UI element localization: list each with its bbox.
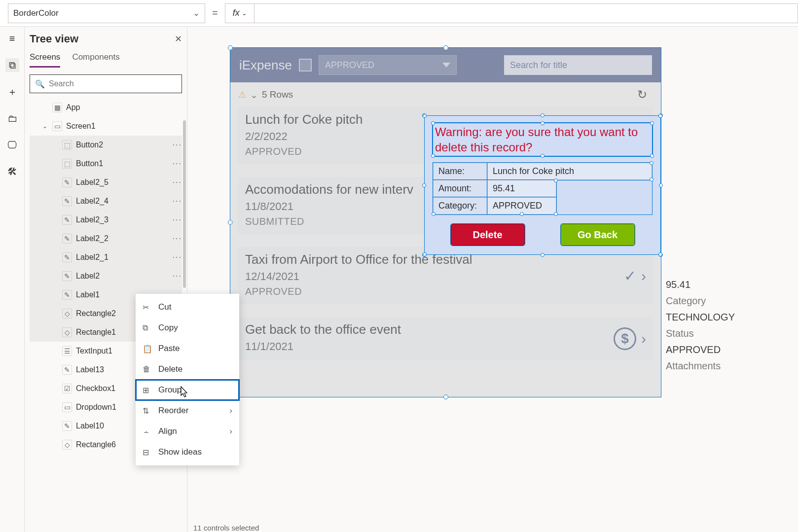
tree-item[interactable]: ✎Label2_5···: [30, 173, 182, 192]
selection-handle[interactable]: [541, 121, 544, 125]
close-icon[interactable]: ✕: [175, 34, 182, 44]
control-type-icon: ▭: [62, 402, 72, 412]
insert-icon[interactable]: ＋: [5, 85, 19, 99]
chevron-right-icon[interactable]: ›: [641, 330, 646, 347]
ctx-reorder[interactable]: ⇅Reorder›: [136, 400, 239, 421]
selection-handle[interactable]: [650, 154, 654, 158]
align-icon: ⫠: [143, 427, 151, 436]
chevron-right-icon: ›: [229, 406, 232, 416]
more-icon[interactable]: ···: [173, 272, 182, 281]
control-type-icon: ✎: [62, 177, 72, 187]
tree-item[interactable]: ✎Label2_1···: [30, 248, 182, 267]
tab-components[interactable]: Components: [72, 52, 119, 68]
tools-icon[interactable]: 🛠: [5, 165, 19, 178]
control-type-icon: ✎: [62, 196, 72, 206]
property-selector[interactable]: BorderColor ⌄: [8, 3, 205, 23]
formula-input[interactable]: [254, 3, 798, 23]
selection-handle[interactable]: [443, 45, 448, 50]
selection-handle[interactable]: [541, 154, 544, 158]
ctx-paste[interactable]: 📋Paste: [136, 338, 239, 359]
control-type-icon: ⬚: [62, 140, 72, 150]
tree-item-label: Label10: [76, 422, 104, 430]
selection-handle[interactable]: [443, 394, 448, 399]
ctx-group[interactable]: ⊞Group: [136, 380, 239, 400]
more-icon[interactable]: ···: [173, 234, 182, 243]
dialog-detail-table: Name: Lunch for Coke pitch Amount: 95.41…: [433, 162, 653, 215]
tree-item[interactable]: ✎Label2_2···: [30, 229, 182, 248]
selection-handle[interactable]: [650, 121, 654, 125]
tree-item[interactable]: ▦App: [30, 98, 182, 117]
selection-handle[interactable]: [658, 114, 662, 118]
expense-card[interactable]: Taxi from Airport to Office for the fest…: [238, 247, 653, 304]
selection-handle[interactable]: [650, 177, 653, 181]
filter-checkbox[interactable]: [299, 59, 312, 71]
selection-handle[interactable]: [554, 212, 558, 216]
ctx-copy[interactable]: ⧉Copy: [136, 318, 239, 338]
property-selector-value: BorderColor: [13, 8, 59, 18]
selection-handle[interactable]: [659, 183, 663, 187]
control-type-icon: ◇: [62, 440, 72, 450]
status-filter-dropdown[interactable]: APPROVED: [319, 55, 457, 75]
ctx-paste-label: Paste: [158, 344, 180, 354]
chevron-down-icon: [442, 63, 450, 68]
selection-handle[interactable]: [422, 183, 426, 187]
tree-item[interactable]: ⬚Button1···: [30, 154, 182, 173]
delete-button-label: Delete: [472, 229, 502, 241]
go-back-button-label: Go Back: [578, 229, 617, 241]
tree-item-label: TextInput1: [76, 347, 112, 355]
tree-item[interactable]: ⬚Button2···: [30, 136, 182, 154]
refresh-icon[interactable]: ↻: [637, 88, 647, 102]
tab-screens[interactable]: Screens: [30, 52, 60, 68]
chevron-right-icon[interactable]: ›: [641, 267, 646, 284]
title-search-input[interactable]: Search for title: [504, 55, 652, 75]
selection-handle[interactable]: [228, 220, 233, 225]
tree-item-label: Label2_2: [76, 234, 109, 243]
selection-handle[interactable]: [650, 161, 653, 165]
more-icon[interactable]: ···: [173, 159, 182, 168]
scrollbar-thumb[interactable]: [183, 120, 186, 288]
tree-item[interactable]: ✎Label2_4···: [30, 192, 182, 211]
detail-strip: 95.41 Category TECHNOLOGY Status APPROVE…: [666, 279, 745, 372]
go-back-button[interactable]: Go Back: [561, 224, 635, 246]
control-type-icon: ☑: [62, 384, 72, 393]
chevron-down-icon[interactable]: ⌄: [42, 123, 50, 130]
ctx-copy-label: Copy: [158, 323, 178, 333]
delete-dialog[interactable]: Warning: are you sure that you want to d…: [424, 115, 661, 255]
tree-search[interactable]: 🔍: [30, 74, 182, 93]
more-icon[interactable]: ···: [173, 197, 182, 206]
more-icon[interactable]: ···: [173, 253, 182, 262]
detail-amount-value: 95.41: [666, 279, 745, 290]
expense-card[interactable]: Get back to the office event11/1/2021$›: [238, 317, 653, 360]
canvas[interactable]: iExpense APPROVED Search for title ⚠ ⌄ 5…: [187, 27, 798, 532]
media-icon[interactable]: 🖵: [5, 138, 19, 152]
selection-handle[interactable]: [541, 113, 544, 117]
tree-item-label: Dropdown1: [76, 403, 116, 412]
chevron-down-icon[interactable]: ⌄: [250, 89, 258, 101]
selection-handle[interactable]: [520, 212, 524, 216]
title-search-placeholder: Search for title: [510, 60, 567, 71]
tree-search-input[interactable]: [49, 79, 177, 88]
selection-handle[interactable]: [554, 178, 558, 182]
ctx-show-ideas[interactable]: ⊟Show ideas: [136, 442, 239, 462]
selection-handle[interactable]: [432, 212, 435, 216]
tree-item[interactable]: ✎Label2···: [30, 267, 182, 285]
tree-item-label: Button2: [76, 141, 103, 149]
ctx-delete[interactable]: 🗑Delete: [136, 359, 239, 380]
more-icon[interactable]: ···: [173, 141, 182, 149]
tree-item[interactable]: ⌄▭Screen1: [30, 117, 182, 136]
fx-button[interactable]: fx⌄: [225, 3, 254, 23]
tree-view-icon[interactable]: ⧉: [5, 58, 19, 72]
more-icon[interactable]: ···: [173, 215, 182, 224]
tree-item[interactable]: ✎Label2_3···: [30, 211, 182, 229]
ctx-cut[interactable]: ✂Cut: [136, 297, 239, 318]
selection-handle[interactable]: [431, 154, 435, 158]
ctx-align[interactable]: ⫠Align›: [136, 421, 239, 442]
selection-handle[interactable]: [228, 45, 233, 50]
selection-handle[interactable]: [431, 121, 435, 125]
data-icon[interactable]: 🗀: [5, 111, 19, 125]
more-icon[interactable]: ···: [173, 178, 182, 187]
hamburger-icon[interactable]: ≡: [5, 32, 19, 45]
selection-handle[interactable]: [423, 114, 427, 118]
control-type-icon: ✎: [62, 252, 72, 262]
delete-button[interactable]: Delete: [451, 224, 525, 246]
